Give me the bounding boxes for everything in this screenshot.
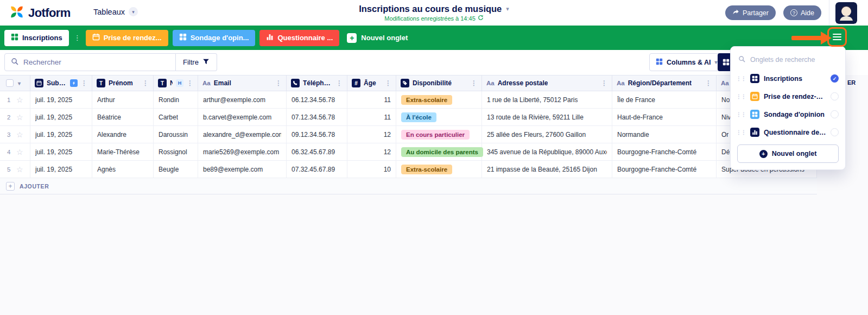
tabs-menu-item-1[interactable]: ⋮⋮Prise de rendez-vous [731, 87, 845, 105]
cell-adresse[interactable]: 25 allée des Fleurs, 27600 Gaillon [482, 126, 612, 143]
drag-handle-icon[interactable]: ⋮⋮ [736, 93, 746, 99]
tableaux-menu[interactable]: Tableaux ▾ [93, 7, 138, 16]
tab-options-icon[interactable]: ⋮ [74, 34, 81, 42]
cell-age[interactable]: 11 [347, 91, 396, 108]
cell-adresse[interactable]: 21 impasse de la Beauté, 25165 Dijon [482, 161, 612, 178]
column-menu-icon[interactable]: ⋮ [601, 79, 607, 87]
cell-region[interactable]: Bourgogne-Franche-Comté [612, 161, 717, 178]
column-menu-icon[interactable]: ⋮ [705, 79, 712, 87]
cell-tel[interactable]: 09.12.34.56.78 [287, 126, 347, 143]
cell-prenom[interactable]: Agnès [92, 161, 154, 178]
column-header-0[interactable]: Subm...⋮ [30, 75, 92, 91]
cell-date[interactable]: juil. 19, 2025 [30, 91, 92, 108]
cell-email[interactable]: arthur@exemple.com [198, 91, 287, 108]
tab-2[interactable]: Sondage d'opin... [173, 30, 256, 46]
cell-email[interactable]: alexandre_d@exemple.com [198, 126, 287, 143]
cell-prenom[interactable]: Marie-Thérèse [92, 143, 154, 160]
cell-nom[interactable]: Daroussin [154, 126, 198, 143]
star-icon[interactable]: ☆ [16, 165, 23, 174]
cell-age[interactable]: 10 [347, 161, 396, 178]
cell-dispo[interactable]: En cours particulier [396, 126, 482, 143]
star-icon[interactable]: ☆ [16, 148, 23, 156]
columns-ai-button[interactable]: Columns & AI ▾ [649, 53, 724, 71]
new-tab-button[interactable]: + Nouvel onglet [347, 33, 408, 43]
drag-handle-icon[interactable]: ⋮⋮ [736, 129, 746, 135]
cell-dispo[interactable]: À l'école [396, 109, 482, 125]
search-input[interactable] [23, 58, 169, 66]
cell-prenom[interactable]: Alexandre [92, 126, 154, 143]
cell-age[interactable]: 12 [347, 126, 396, 143]
cell-region[interactable]: Haut-de-France [612, 109, 717, 125]
drag-handle-icon[interactable]: ⋮⋮ [736, 75, 746, 81]
cell-date[interactable]: juil. 19, 2025 [30, 126, 92, 143]
tabs-menu-item-3[interactable]: ⋮⋮Questionnaire de satisfacti... [731, 123, 845, 141]
tabs-search-input[interactable] [750, 56, 838, 64]
cell-date[interactable]: juil. 19, 2025 [30, 161, 92, 178]
column-header-5[interactable]: #Âge⋮ [347, 75, 396, 91]
tabs-menu-item-2[interactable]: ⋮⋮Sondage d'opinion [731, 105, 845, 123]
cell-adresse[interactable]: 345 avenue de la République, 89000 Auxer… [482, 143, 612, 160]
column-header-1[interactable]: TPrénom⋮ [92, 75, 154, 91]
cell-dispo[interactable]: Extra-scolaire [396, 161, 482, 178]
cell-dispo[interactable]: Au domicile des parents [396, 143, 482, 160]
column-menu-icon[interactable]: ⋮ [336, 79, 343, 87]
column-menu-icon[interactable]: ⋮ [471, 79, 477, 87]
cell-tel[interactable]: 07.12.34.56.78 [287, 109, 347, 125]
column-menu-icon[interactable]: ⋮ [385, 79, 391, 87]
cell-tel[interactable]: 06.12.34.56.78 [287, 91, 347, 108]
cell-adresse[interactable]: 13 route de la Rivière, 59211 Lille [482, 109, 612, 125]
select-all-checkbox[interactable] [6, 79, 14, 87]
cell-nom[interactable]: Rondin [154, 91, 198, 108]
add-row-button[interactable]: + AJOUTER [0, 178, 817, 194]
tab-1[interactable]: Prise de rendez... [86, 30, 168, 46]
user-avatar[interactable] [835, 2, 857, 24]
cell-age[interactable]: 12 [347, 143, 396, 160]
star-icon[interactable]: ☆ [16, 113, 23, 122]
column-menu-icon[interactable]: ⋮ [142, 79, 149, 87]
cell-email[interactable]: b.carvet@exemple.com [198, 109, 287, 125]
tabs-search-box[interactable] [731, 49, 845, 70]
chevron-down-icon[interactable]: ▾ [18, 80, 21, 86]
cell-region[interactable]: Normandie [612, 126, 717, 143]
column-header-3[interactable]: AaEmail⋮ [198, 75, 287, 91]
cell-date[interactable]: juil. 19, 2025 [30, 143, 92, 160]
star-icon[interactable]: ☆ [16, 130, 23, 139]
dropdown-new-tab-button[interactable]: + Nouvel onglet [737, 144, 839, 163]
column-header-2[interactable]: TNH⋮ [154, 75, 198, 91]
cell-dispo[interactable]: Extra-scolaire [396, 91, 482, 108]
cell-adresse[interactable]: 1 rue de la Liberté, 75012 Paris [482, 91, 612, 108]
column-menu-icon[interactable]: ⋮ [187, 79, 193, 87]
jotform-logo[interactable]: Jotform [10, 5, 71, 21]
cell-date[interactable]: juil. 19, 2025 [30, 109, 92, 125]
cell-tel[interactable]: 07.32.45.67.89 [287, 161, 347, 178]
cell-nom[interactable]: Carbet [154, 109, 198, 125]
column-header-4[interactable]: Téléphone⋮ [287, 75, 347, 91]
title-chevron-icon[interactable]: ▾ [506, 5, 509, 12]
cell-region[interactable]: Île de France [612, 91, 717, 108]
column-header-8[interactable]: AaRégion/Département⋮ [612, 75, 717, 91]
column-header-6[interactable]: Disponibilité⋮ [396, 75, 482, 91]
column-menu-icon[interactable]: ⋮ [275, 79, 282, 87]
share-button[interactable]: Partager [725, 5, 776, 20]
tabs-list-menu-button[interactable] [829, 29, 845, 45]
refresh-icon[interactable] [478, 15, 484, 22]
tabs-menu-item-0[interactable]: ⋮⋮Inscriptions✓ [731, 70, 845, 87]
column-menu-icon[interactable]: ⋮ [81, 79, 87, 87]
search-box[interactable] [4, 53, 176, 71]
cell-tel[interactable]: 06.32.45.67.89 [287, 143, 347, 160]
cell-prenom[interactable]: Arthur [92, 91, 154, 108]
cell-nom[interactable]: Beugle [154, 161, 198, 178]
tab-0[interactable]: Inscriptions [4, 30, 69, 46]
tab-3[interactable]: Questionnaire ... [259, 30, 339, 46]
help-button[interactable]: ? Aide [783, 5, 821, 20]
cell-prenom[interactable]: Béatrice [92, 109, 154, 125]
drag-handle-icon[interactable]: ⋮⋮ [736, 111, 746, 117]
cell-region[interactable]: Bourgogne-Franche-Comté [612, 143, 717, 160]
cell-email[interactable]: be89@exemple.com [198, 161, 287, 178]
column-header-7[interactable]: AaAdresse postale⋮ [482, 75, 612, 91]
cell-age[interactable]: 11 [347, 109, 396, 125]
star-icon[interactable]: ☆ [16, 96, 23, 104]
filter-button[interactable]: Filtre [176, 53, 217, 71]
cell-nom[interactable]: Rossignol [154, 143, 198, 160]
cell-email[interactable]: marie5269@exemple.com [198, 143, 287, 160]
